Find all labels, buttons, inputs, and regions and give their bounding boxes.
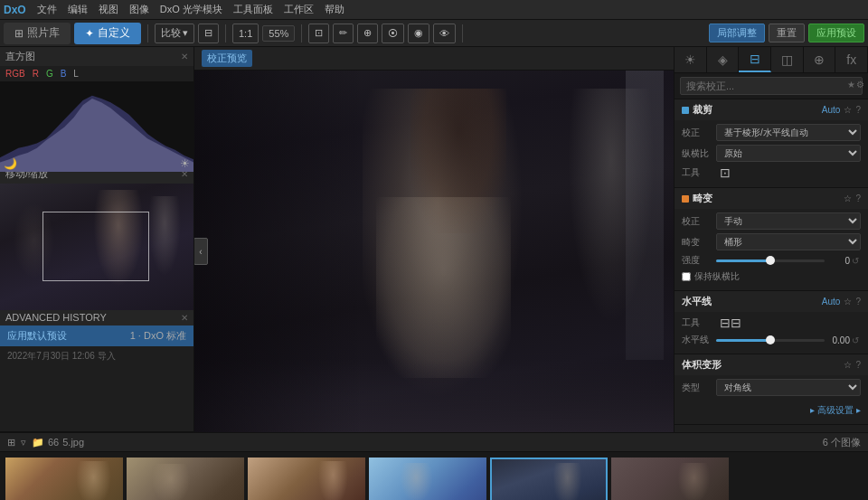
tab-lightroom[interactable]: ⊕ — [804, 47, 836, 72]
history-item[interactable]: 应用默认预设 1 · DxO 标准 — [0, 325, 193, 346]
crop-aspectratio-select[interactable]: 原始 — [716, 145, 861, 162]
apply-preset-button[interactable]: 应用预设 — [808, 24, 864, 42]
section-horizon-header[interactable]: 水平线 Auto ☆ ? — [675, 291, 868, 312]
hist-r-label: R — [33, 69, 39, 79]
volume-type-select[interactable]: 对角线 — [716, 379, 861, 396]
section-volume-header[interactable]: 体积变形 ☆ ? — [675, 354, 868, 375]
dist-reset-icon[interactable]: ↺ — [850, 256, 861, 266]
crop-tool[interactable]: ⊡ — [308, 24, 329, 43]
crop-correction-select[interactable]: 基于棱形/水平线自动 — [716, 124, 861, 141]
filmstrip-bar: ⊞ ▿ 📁 66 5.jpg 6 个图像 — [0, 432, 868, 452]
preview-label[interactable]: 校正预览 — [202, 50, 252, 67]
sort-icon[interactable]: ▿ — [21, 437, 26, 448]
film-thumb-3 — [248, 458, 365, 500]
toolbar: ⊞ 照片库 ✦ 自定义 比较 ▾ ⊟ 1:1 55% ⊡ ✏ ⊕ ⦿ ◉ 👁 局… — [0, 20, 868, 47]
zoom-11-button[interactable]: 1:1 — [232, 24, 259, 43]
histogram-header: 直方图 ✕ — [0, 47, 193, 66]
dist-aspect-checkbox[interactable] — [682, 272, 691, 281]
history-header: ADVANCED HISTORY ✕ — [0, 309, 193, 325]
section-crop-header[interactable]: 裁剪 Auto ☆ ? — [675, 99, 868, 120]
film-item-1[interactable]: ⚠ 1.jpg — [5, 458, 123, 500]
tab-library[interactable]: ⊞ 照片库 — [4, 23, 71, 44]
volume-star[interactable]: ☆ — [844, 360, 852, 370]
separator-3 — [301, 24, 302, 42]
volume-help[interactable]: ? — [855, 360, 861, 370]
left-panel: 直方图 ✕ RGB R G B L 🌙 ☀ — [0, 47, 194, 432]
preview-area: ‹ — [194, 71, 674, 432]
histogram-section: 直方图 ✕ RGB R G B L 🌙 ☀ — [0, 47, 193, 165]
tab-geometry[interactable]: ⊟ — [739, 47, 771, 72]
navigator-canvas[interactable] — [0, 184, 193, 310]
history-close[interactable]: ✕ — [181, 313, 188, 323]
section-distortion-header[interactable]: 畸变 ☆ ? — [675, 188, 868, 209]
tab-color[interactable]: ◈ — [707, 47, 740, 72]
library-icon: ⊞ — [14, 27, 24, 40]
horizon-help[interactable]: ? — [855, 297, 861, 307]
horizon-slider[interactable] — [716, 339, 825, 342]
distortion-help[interactable]: ? — [855, 193, 861, 203]
film-item-4[interactable]: ⚠ 4.jpg — [369, 458, 486, 500]
horizon-tool-icon[interactable]: ⊟⊟ — [720, 316, 741, 330]
filter-icon[interactable]: ⊞ — [7, 437, 15, 448]
local-adj-tool[interactable]: ⦿ — [382, 24, 404, 43]
dropdown-icon: ▾ — [183, 27, 188, 39]
center-area: 校正预览 — [194, 47, 674, 432]
filmstrip: ⚠ 1.jpg ⚠ 2.jpg ⚠ 3.jpg ⚠ — [0, 452, 868, 500]
crop-tool-row: 工具 ⊡ — [682, 165, 861, 180]
tab-detail[interactable]: ◫ — [771, 47, 804, 72]
horizon-star[interactable]: ☆ — [844, 297, 852, 307]
section-volume-deform: 体积变形 ☆ ? 类型 对角线 ▸ 高级设置 ▸ — [675, 354, 868, 425]
film-item-6[interactable]: ⚠ 6.jpg — [611, 458, 729, 500]
split-view-button[interactable]: ⊟ — [198, 24, 219, 43]
horizon-value-row: 水平线 0.00 ↺ — [682, 334, 861, 346]
retouch-tool[interactable]: ✏ — [333, 24, 354, 43]
folder-info: 📁 66 5.jpg — [32, 437, 84, 448]
dist-type-row: 畸变 桶形 — [682, 233, 861, 250]
compare-button[interactable]: 比较 ▾ — [155, 24, 194, 43]
menu-workspace[interactable]: 工作区 — [284, 3, 314, 16]
crop-tool-icon[interactable]: ⊡ — [720, 165, 731, 180]
folder-icon: 📁 — [32, 437, 44, 448]
menu-image[interactable]: 图像 — [129, 3, 149, 16]
section-crop-body: 校正 基于棱形/水平线自动 纵横比 原始 工具 ⊡ — [675, 120, 868, 187]
view-tool[interactable]: 👁 — [433, 24, 456, 43]
menu-file[interactable]: 文件 — [37, 3, 57, 16]
tab-fx[interactable]: fx — [835, 47, 868, 72]
crop-star[interactable]: ☆ — [844, 105, 852, 115]
horizon-reset-icon[interactable]: ↺ — [850, 335, 861, 345]
right-panel: ☀ ◈ ⊟ ◫ ⊕ fx ★ ⚙ 裁剪 Auto ☆ ? 校正 — [674, 47, 868, 432]
menu-view[interactable]: 视图 — [99, 3, 118, 16]
search-settings-icon[interactable]: ⚙ — [856, 80, 864, 90]
film-item-2[interactable]: ⚠ 2.jpg — [127, 458, 244, 500]
section-distortion: 畸变 ☆ ? 校正 手动 畸变 桶形 强度 — [675, 188, 868, 291]
menu-help[interactable]: 帮助 — [325, 3, 344, 16]
histogram-close[interactable]: ✕ — [181, 52, 188, 61]
local-adjustment-button[interactable]: 局部调整 — [709, 24, 765, 42]
crop-aspectratio-row: 纵横比 原始 — [682, 145, 861, 162]
crop-correction-row: 校正 基于棱形/水平线自动 — [682, 124, 861, 141]
film-item-3[interactable]: ⚠ 3.jpg — [248, 458, 365, 500]
search-star-icon[interactable]: ★ — [847, 80, 855, 90]
menu-edit[interactable]: 编辑 — [68, 3, 88, 16]
collapse-left-arrow[interactable]: ‹ — [194, 238, 208, 265]
menu-toolpanel[interactable]: 工具面板 — [233, 3, 273, 16]
crop-help[interactable]: ? — [855, 105, 861, 115]
reset-button[interactable]: 重置 — [769, 24, 805, 42]
red-eye-tool[interactable]: ⊕ — [357, 24, 378, 43]
search-input[interactable] — [680, 77, 863, 95]
film-thumb-5 — [492, 459, 606, 500]
repair-tool[interactable]: ◉ — [408, 24, 429, 43]
film-item-5[interactable]: ⚠ 5.jpg — [490, 458, 608, 500]
dist-type-select[interactable]: 桶形 — [716, 233, 861, 250]
navigator-section: 移动/缩放 ✕ — [0, 165, 193, 309]
tab-customize[interactable]: ✦ 自定义 — [74, 23, 141, 44]
advanced-settings-link[interactable]: ▸ 高级设置 ▸ — [682, 400, 861, 420]
dist-correction-select[interactable]: 手动 — [716, 212, 861, 230]
hist-rgb-label: RGB — [5, 69, 25, 79]
tab-exposure[interactable]: ☀ — [675, 47, 707, 72]
dist-strength-slider[interactable] — [716, 259, 825, 262]
film-thumb-4 — [369, 458, 486, 500]
menu-dxo-optics[interactable]: DxO 光学模块 — [160, 3, 222, 16]
dist-strength-row: 强度 0 ↺ — [682, 254, 861, 267]
distortion-star[interactable]: ☆ — [844, 193, 852, 203]
